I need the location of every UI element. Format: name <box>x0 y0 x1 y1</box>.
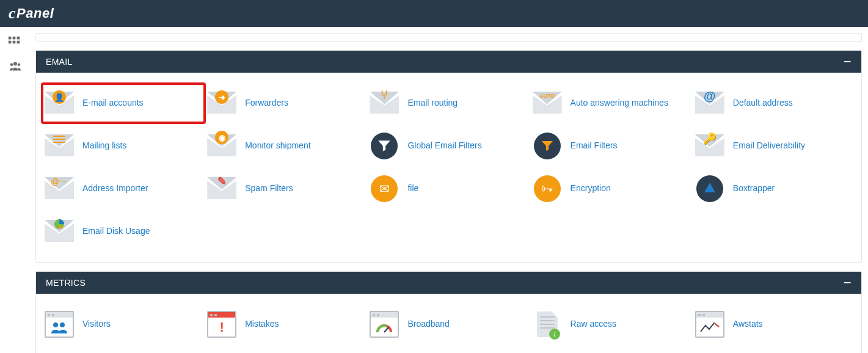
users-icon[interactable] <box>7 60 22 75</box>
doc-dl-icon: ↓ <box>533 310 562 339</box>
svg-rect-4 <box>13 41 16 44</box>
env-list-icon <box>45 131 74 161</box>
circ-mail-icon: ✉ <box>370 174 399 203</box>
email-grid: 👤E-mail accounts➜Forwarders⑂Email routin… <box>36 73 861 262</box>
env-arrow-icon: ➜ <box>207 89 236 118</box>
win-users-icon <box>45 310 74 339</box>
email-item-address-importer[interactable]: @→Address Importer <box>42 169 205 208</box>
item-label[interactable]: Email Deliverability <box>733 140 805 151</box>
win-gauge-icon <box>370 310 399 339</box>
content: EMAIL − 👤E-mail accounts➜Forwarders⑂Emai… <box>29 27 868 353</box>
email-item-global-email-filters[interactable]: Global Email Filters <box>367 126 530 166</box>
metrics-item-cpu-usage-and-simultaneous-connection[interactable]: MINMAXCPU usage and simultaneous connect… <box>693 348 855 353</box>
item-label[interactable]: Mailing lists <box>82 140 126 151</box>
svg-rect-5 <box>17 41 20 44</box>
item-label[interactable]: Encryption <box>571 183 611 194</box>
svg-point-14 <box>60 322 65 327</box>
metrics-panel-title: METRICS <box>46 278 86 288</box>
metrics-item-raw-access[interactable]: ↓Raw access <box>530 305 693 344</box>
svg-point-6 <box>13 62 17 65</box>
email-item-email-filters[interactable]: Email Filters <box>530 126 693 166</box>
item-label[interactable]: Default address <box>733 98 793 109</box>
email-item-email-deliverability[interactable]: 🔑Email Deliverability <box>693 126 855 166</box>
svg-rect-1 <box>13 37 16 40</box>
email-item-boxtrapper[interactable]: Boxtrapper <box>693 169 855 208</box>
svg-rect-0 <box>9 37 12 40</box>
item-label[interactable]: Email routing <box>407 98 458 109</box>
item-label[interactable]: Email Filters <box>571 140 618 151</box>
metrics-item-broadband[interactable]: Broadband <box>367 305 530 344</box>
email-item-email-disk-usage[interactable]: Email Disk Usage <box>42 212 205 251</box>
circ-funnel-globe-icon <box>370 131 399 161</box>
item-label[interactable]: Spam Filters <box>245 183 293 194</box>
env-user-icon: 👤 <box>45 89 74 118</box>
env-auto-icon: AUTO <box>533 89 562 118</box>
email-item-forwarders[interactable]: ➜Forwarders <box>205 84 367 123</box>
left-rail <box>0 27 29 353</box>
item-label[interactable]: Boxtrapper <box>733 183 775 194</box>
svg-rect-9 <box>53 136 65 137</box>
metrics-item-mistakes[interactable]: !Mistakes <box>205 305 367 344</box>
env-atarrow-icon: @→ <box>45 174 74 203</box>
metrics-item-awstats[interactable]: Awstats <box>693 305 855 344</box>
svg-point-13 <box>53 322 58 327</box>
email-item-monitor-shipment[interactable]: ◉Monitor shipment <box>205 126 367 166</box>
win-error-icon: ! <box>207 310 236 339</box>
metrics-panel: METRICS − Visitors!MistakesBroadband↓Raw… <box>35 271 862 353</box>
collapse-icon[interactable]: − <box>844 57 852 66</box>
env-pencil-icon: ✎ <box>207 174 236 203</box>
email-item-spam-filters[interactable]: ✎Spam Filters <box>205 169 367 208</box>
env-split-icon: ⑂ <box>370 89 399 118</box>
env-pin-icon: ◉ <box>207 131 236 161</box>
circ-trap-icon <box>695 174 724 203</box>
email-item-email-routing[interactable]: ⑂Email routing <box>367 84 530 123</box>
email-item-default-address[interactable]: @Default address <box>693 84 855 123</box>
item-label[interactable]: Auto answering machines <box>571 98 668 109</box>
email-item-e-mail-accounts[interactable]: 👤E-mail accounts <box>42 84 205 123</box>
win-line-icon <box>695 310 724 339</box>
svg-rect-11 <box>53 142 65 143</box>
collapse-icon[interactable]: − <box>844 278 852 287</box>
apps-grid-icon[interactable] <box>7 35 22 50</box>
item-label[interactable]: Global Email Filters <box>407 140 481 151</box>
metrics-grid: Visitors!MistakesBroadband↓Raw accessAws… <box>36 294 861 353</box>
env-at-icon: @ <box>695 89 724 118</box>
email-panel-header[interactable]: EMAIL − <box>36 51 861 73</box>
item-label[interactable]: Mistakes <box>245 319 279 330</box>
svg-rect-2 <box>17 37 20 40</box>
item-label[interactable]: Forwarders <box>245 98 288 109</box>
circ-funnel-icon <box>533 131 562 161</box>
email-panel-title: EMAIL <box>46 57 73 67</box>
metrics-item-webalizer[interactable]: Webalizer <box>205 348 367 353</box>
svg-point-7 <box>10 64 13 66</box>
email-item-mailing-lists[interactable]: Mailing lists <box>42 126 205 166</box>
svg-point-8 <box>18 64 20 66</box>
item-label[interactable]: Address Importer <box>82 183 148 194</box>
item-label[interactable]: Broadband <box>407 319 450 330</box>
env-key-icon: 🔑 <box>695 131 724 161</box>
svg-rect-3 <box>9 41 12 44</box>
item-label[interactable]: Awstats <box>733 319 763 330</box>
email-item-encryption[interactable]: 🗝Encryption <box>530 169 693 208</box>
email-item-file[interactable]: ✉file <box>367 169 530 208</box>
item-label[interactable]: file <box>407 183 418 194</box>
metrics-item-visitors[interactable]: Visitors <box>42 305 205 344</box>
svg-line-15 <box>384 327 388 332</box>
item-label[interactable]: Raw access <box>571 319 616 330</box>
item-label[interactable]: Monitor shipment <box>245 140 310 151</box>
circ-keylock-icon: 🗝 <box>533 174 562 203</box>
item-label[interactable]: Visitors <box>82 319 111 330</box>
svg-rect-10 <box>53 139 65 140</box>
brand-logo: cPanel <box>9 4 54 23</box>
top-strip <box>35 33 862 42</box>
metrics-item-ftp-webalizer[interactable]: ≡📶FTP webalizer <box>367 348 530 353</box>
metrics-panel-header[interactable]: METRICS − <box>36 272 861 294</box>
item-label[interactable]: Email Disk Usage <box>82 226 150 237</box>
env-pie-icon <box>45 217 74 246</box>
metrics-item-metric-editor[interactable]: Metric Editor <box>530 348 693 353</box>
email-panel: EMAIL − 👤E-mail accounts➜Forwarders⑂Emai… <box>35 50 862 263</box>
email-item-auto-answering-machines[interactable]: AUTOAuto answering machines <box>530 84 693 123</box>
metrics-item-analog-statistics[interactable]: 012345678926489025617145368870Analog Sta… <box>42 348 205 353</box>
topbar: cPanel <box>0 0 868 27</box>
item-label[interactable]: E-mail accounts <box>82 98 144 109</box>
